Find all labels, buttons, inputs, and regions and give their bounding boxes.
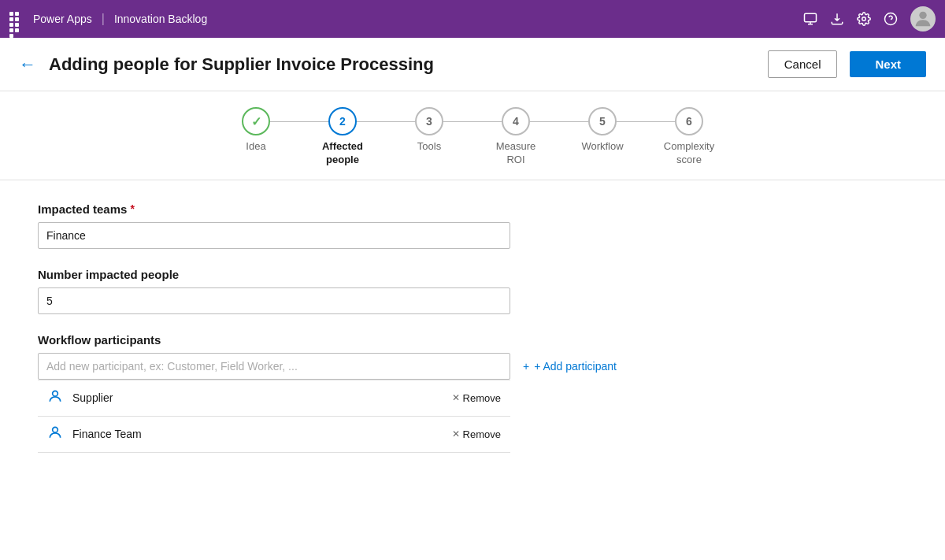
stepper: ✓ Idea 2 Affectedpeople 3 Tools 4 Measur… <box>0 91 945 180</box>
step-circle-complexity: 6 <box>675 107 703 135</box>
page-title: Adding people for Supplier Invoice Proce… <box>49 54 755 75</box>
grid-icon[interactable] <box>9 12 24 26</box>
step-label-roi: MeasureROI <box>496 140 536 167</box>
svg-point-6 <box>919 12 926 19</box>
participant-input-row: + + Add participant <box>38 353 907 380</box>
number-impacted-input[interactable] <box>38 287 510 314</box>
svg-point-8 <box>53 427 58 432</box>
back-button[interactable]: ← <box>19 54 36 75</box>
step-label-complexity: Complexityscore <box>664 140 714 167</box>
cancel-button[interactable]: Cancel <box>768 50 838 78</box>
step-label-affected: Affectedpeople <box>322 140 363 167</box>
participant-name-supplier: Supplier <box>72 391 443 404</box>
impacted-teams-input[interactable] <box>38 222 510 249</box>
participants-label: Workflow participants <box>38 333 907 347</box>
participant-list: Supplier ✕ Remove Finance Team ✕ Remove <box>38 380 510 453</box>
participant-name-finance: Finance Team <box>72 428 443 440</box>
header-area: ← Adding people for Supplier Invoice Pro… <box>0 38 945 91</box>
step-workflow: 5 Workflow <box>559 107 646 154</box>
step-affected: 2 Affectedpeople <box>299 107 386 167</box>
main-content: Impacted teams * Number impacted people … <box>0 180 945 494</box>
step-circle-idea: ✓ <box>242 107 270 135</box>
participant-item-finance: Finance Team ✕ Remove <box>38 417 510 453</box>
download-icon[interactable] <box>830 12 844 26</box>
workflow-participants-field: Workflow participants + + Add participan… <box>38 333 907 453</box>
remove-x-icon-supplier: ✕ <box>452 392 460 403</box>
settings-icon[interactable] <box>857 12 871 26</box>
step-tools: 3 Tools <box>386 107 472 154</box>
impacted-teams-field: Impacted teams * <box>38 202 907 249</box>
step-label-idea: Idea <box>246 140 265 154</box>
svg-rect-0 <box>805 13 817 22</box>
impacted-teams-label: Impacted teams * <box>38 202 907 216</box>
step-label-tools: Tools <box>417 140 441 154</box>
plus-icon: + <box>523 360 529 373</box>
step-roi: 4 MeasureROI <box>472 107 559 167</box>
svg-point-7 <box>53 391 58 396</box>
help-icon[interactable] <box>884 12 898 26</box>
step-idea: ✓ Idea <box>213 107 299 154</box>
checkmark-icon: ✓ <box>251 114 261 129</box>
participant-icon-supplier <box>47 388 63 408</box>
participant-item-supplier: Supplier ✕ Remove <box>38 380 510 417</box>
step-circle-workflow: 5 <box>588 107 617 135</box>
separator: | <box>102 12 105 26</box>
topbar: Power Apps | Innovation Backlog <box>0 0 945 38</box>
participant-input[interactable] <box>38 353 510 380</box>
remove-button-finance[interactable]: ✕ Remove <box>452 428 501 440</box>
remove-button-supplier[interactable]: ✕ Remove <box>452 392 501 404</box>
svg-point-3 <box>862 17 866 21</box>
step-circle-tools: 3 <box>415 107 443 135</box>
participant-icon-finance <box>47 425 63 444</box>
step-circle-affected: 2 <box>328 107 357 135</box>
avatar[interactable] <box>910 6 936 32</box>
app-name: Power Apps <box>33 13 92 25</box>
project-name: Innovation Backlog <box>114 13 207 25</box>
required-star: * <box>130 202 134 215</box>
step-circle-roi: 4 <box>502 107 530 135</box>
step-label-workflow: Workflow <box>581 140 623 154</box>
add-participant-button[interactable]: + + Add participant <box>523 360 617 373</box>
monitor-icon[interactable] <box>803 12 817 26</box>
next-button[interactable]: Next <box>850 51 926 77</box>
number-impacted-label: Number impacted people <box>38 268 907 281</box>
step-complexity: 6 Complexityscore <box>646 107 732 167</box>
number-impacted-field: Number impacted people <box>38 268 907 314</box>
topbar-icons <box>803 6 936 32</box>
remove-x-icon-finance: ✕ <box>452 428 460 439</box>
